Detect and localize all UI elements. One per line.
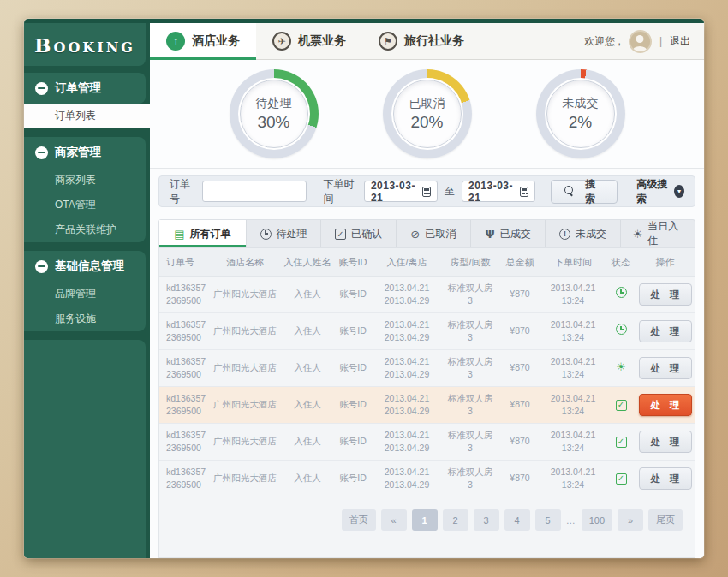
cell-stay-dates-line: 2013.04.29 bbox=[373, 368, 440, 381]
handle-button[interactable]: 处 理 bbox=[639, 431, 692, 453]
calendar-icon[interactable] bbox=[422, 187, 431, 197]
cell-room-type: 标准双人房3 bbox=[440, 318, 500, 344]
cell-room-type-line: 3 bbox=[440, 479, 500, 491]
handle-button[interactable]: 处 理 bbox=[639, 357, 692, 379]
donut-hole: 已取消20% bbox=[393, 80, 462, 148]
cell-status bbox=[606, 398, 636, 411]
cell-order-no-line: kd136357 bbox=[166, 429, 207, 442]
table-row: kd1363572369500广州阳光大酒店入住人账号ID2013.04.212… bbox=[159, 277, 695, 313]
order-tab-label: 未成交 bbox=[576, 227, 606, 241]
nav-tab-3[interactable]: ⚑旅行社业务 bbox=[362, 23, 480, 59]
minus-circle-icon bbox=[35, 82, 48, 95]
date-from-value: 2013-03-21 bbox=[371, 180, 416, 204]
calendar-icon[interactable] bbox=[520, 187, 528, 197]
info-icon bbox=[559, 229, 570, 240]
sidebar-group-label: 基础信息管理 bbox=[55, 259, 124, 274]
cell-room-type-line: 标准双人房 bbox=[440, 282, 500, 294]
cell-room-type: 标准双人房3 bbox=[440, 392, 500, 418]
date-from-field[interactable]: 2013-03-21 bbox=[364, 181, 438, 202]
sidebar-item[interactable]: 产品关联维护 bbox=[24, 217, 146, 242]
order-tab-2[interactable]: 待处理 bbox=[247, 220, 321, 247]
sidebar-group-title[interactable]: 商家管理 bbox=[24, 137, 146, 168]
app-logo: Booking bbox=[24, 23, 146, 66]
cell-account-id-line: 账号ID bbox=[332, 398, 373, 411]
cell-order-time-line: 13:24 bbox=[540, 331, 606, 344]
advanced-search-link[interactable]: 高级搜索 bbox=[636, 177, 684, 206]
handle-button[interactable]: 处 理 bbox=[639, 320, 692, 342]
cell-status bbox=[606, 287, 636, 301]
pagination-button[interactable]: 100 bbox=[582, 509, 612, 531]
cell-order-no-line: kd136357 bbox=[166, 355, 207, 368]
chevron-down-icon bbox=[674, 185, 684, 198]
cell-room-type-line: 3 bbox=[440, 294, 500, 307]
cell-hotel-name-line: 广州阳光大酒店 bbox=[207, 288, 283, 300]
pagination-button[interactable]: 1 bbox=[412, 509, 438, 531]
order-tab-6[interactable]: 未成交 bbox=[546, 220, 620, 247]
cell-order-time: 2013.04.2113:24 bbox=[540, 355, 606, 381]
search-button[interactable]: 搜 索 bbox=[551, 180, 618, 204]
cell-order-no-line: 2369500 bbox=[166, 479, 207, 491]
sidebar-item[interactable]: 服务设施 bbox=[24, 306, 146, 331]
handle-button[interactable]: 处 理 bbox=[639, 467, 692, 490]
cell-hotel-name-line: 广州阳光大酒店 bbox=[207, 398, 283, 411]
sidebar-item[interactable]: 品牌管理 bbox=[24, 282, 146, 306]
top-nav: ↑酒店业务✈机票业务⚑旅行社业务 欢迎您 , | 退出 bbox=[150, 23, 704, 60]
cell-order-time: 2013.04.2113:24 bbox=[540, 466, 606, 491]
nav-tab-2[interactable]: ✈机票业务 bbox=[256, 23, 362, 59]
sidebar-group-title[interactable]: 订单管理 bbox=[24, 73, 146, 104]
pagination-button[interactable]: 尾页 bbox=[648, 509, 683, 531]
cell-account-id: 账号ID bbox=[332, 324, 373, 337]
sidebar-group-title[interactable]: 基础信息管理 bbox=[24, 251, 146, 282]
separator: | bbox=[659, 35, 662, 47]
cell-order-time-line: 2013.04.21 bbox=[540, 429, 606, 442]
pagination-button[interactable]: » bbox=[618, 509, 643, 531]
cell-hotel-name: 广州阳光大酒店 bbox=[207, 324, 283, 337]
cell-account-id: 账号ID bbox=[332, 361, 373, 374]
cell-order-time: 2013.04.2113:24 bbox=[540, 429, 606, 455]
cell-amount: ¥870 bbox=[500, 361, 540, 374]
cell-order-time-line: 2013.04.21 bbox=[540, 466, 606, 479]
date-to-field[interactable]: 2013-03-21 bbox=[462, 181, 535, 202]
cell-account-id-line: 账号ID bbox=[332, 324, 373, 337]
cell-stay-dates-line: 2013.04.29 bbox=[373, 479, 440, 491]
pagination-button[interactable]: 3 bbox=[474, 509, 499, 531]
pagination-button[interactable]: 首页 bbox=[342, 509, 376, 531]
column-header: 房型/间数 bbox=[440, 256, 500, 269]
pagination-button[interactable]: 4 bbox=[504, 509, 530, 531]
sidebar-item[interactable]: 订单列表 bbox=[24, 104, 150, 128]
cell-account-id: 账号ID bbox=[332, 398, 373, 411]
donut-value: 2% bbox=[569, 113, 592, 132]
checkbox-icon bbox=[616, 437, 627, 448]
avatar[interactable] bbox=[629, 30, 652, 53]
sidebar-item[interactable]: 商家列表 bbox=[24, 168, 146, 193]
pagination-button[interactable]: 2 bbox=[443, 509, 468, 531]
table-row: kd1363572369500广州阳光大酒店入住人账号ID2013.04.212… bbox=[159, 461, 695, 497]
order-tab-1[interactable]: ▤所有订单 bbox=[159, 220, 247, 247]
handle-button[interactable]: 处 理 bbox=[639, 394, 692, 416]
cell-stay-dates-line: 2013.04.21 bbox=[373, 466, 440, 479]
cell-room-type-line: 3 bbox=[440, 405, 500, 418]
cell-action: 处 理 bbox=[636, 431, 695, 453]
nav-tab-label: 机票业务 bbox=[298, 33, 346, 49]
pagination-ellipsis: … bbox=[566, 515, 576, 526]
cell-guest-name: 入住人 bbox=[283, 361, 332, 374]
order-tab-5[interactable]: Ψ已成交 bbox=[471, 220, 546, 247]
cell-order-time: 2013.04.2113:24 bbox=[540, 282, 606, 307]
handle-button[interactable]: 处 理 bbox=[639, 283, 692, 306]
pagination-button[interactable]: « bbox=[381, 509, 407, 531]
pagination-button[interactable]: 5 bbox=[535, 509, 561, 531]
order-tab-3[interactable]: 已确认 bbox=[321, 220, 396, 247]
cell-room-type-line: 3 bbox=[440, 442, 500, 455]
order-tab-4[interactable]: ⊘已取消 bbox=[397, 220, 471, 247]
cell-status bbox=[606, 472, 636, 485]
order-tab-7[interactable]: ☀当日入住 bbox=[621, 220, 695, 247]
sidebar-item[interactable]: OTA管理 bbox=[24, 193, 146, 217]
cell-order-time-line: 13:24 bbox=[540, 442, 606, 455]
order-no-input[interactable] bbox=[202, 181, 307, 202]
search-icon bbox=[564, 186, 573, 197]
cell-order-time-line: 2013.04.21 bbox=[540, 282, 606, 294]
order-tab-label: 所有订单 bbox=[190, 227, 231, 241]
logout-link[interactable]: 退出 bbox=[670, 34, 690, 49]
nav-tab-1[interactable]: ↑酒店业务 bbox=[150, 23, 256, 59]
cell-amount-line: ¥870 bbox=[500, 361, 540, 374]
